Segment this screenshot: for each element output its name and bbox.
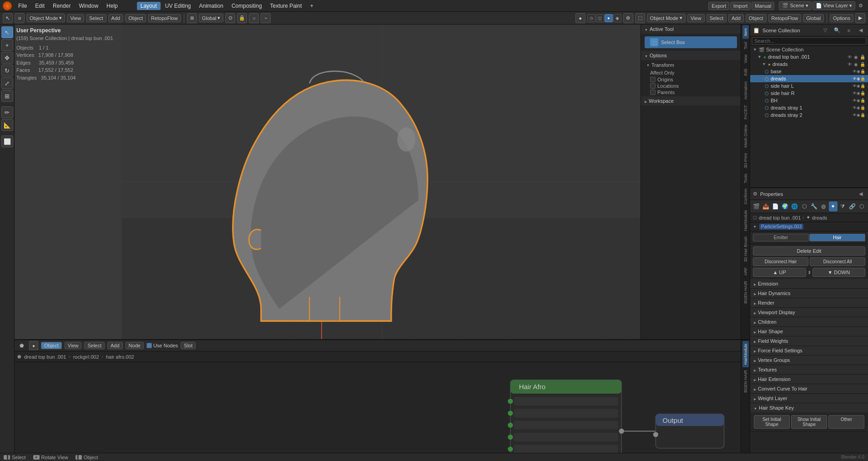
snap-btn[interactable]: 🔒: [237, 13, 247, 23]
outliner-item-side-hair-r[interactable]: ⬡ side hair R 👁 ◉ 🔒: [750, 90, 868, 97]
tab-uv-editing[interactable]: UV Editing: [161, 2, 195, 10]
node-slot-btn[interactable]: Slot: [181, 342, 196, 349]
add-cube-btn[interactable]: ⬜: [1, 135, 13, 147]
outliner-item-side-hair-l[interactable]: ⬡ side hair L 👁 ◉ 🔒: [750, 82, 868, 90]
outliner-item-dreads-stray-2[interactable]: ⬡ dreads stray 2 👁 ◉ 🔒: [750, 111, 868, 119]
right-global-btn[interactable]: Global: [803, 14, 824, 22]
right-tab-arf[interactable]: ARF: [742, 265, 749, 278]
eye-icon-shr[interactable]: 👁: [853, 91, 857, 95]
hair-shape-header[interactable]: Hair Shape: [750, 327, 868, 336]
right-add-btn[interactable]: Add: [728, 14, 744, 22]
right-tab-3dhairbrush[interactable]: 3D Hair Brush: [742, 234, 749, 265]
props-settings-btn[interactable]: ◀: [856, 190, 865, 199]
settings-btn[interactable]: ⚙: [856, 1, 865, 10]
view-layer-dropdown[interactable]: 📄 View Layer ▾: [812, 1, 855, 10]
camera-icon-shr[interactable]: ◉: [857, 91, 860, 95]
outliner-search-input[interactable]: [752, 37, 866, 45]
right-tab-tools[interactable]: Tools: [742, 171, 749, 186]
right-view-btn[interactable]: View: [687, 14, 705, 22]
outliner-filter-btn[interactable]: ▽: [821, 26, 830, 35]
select-box-item[interactable]: ⬚ Select Box: [645, 36, 737, 48]
prop-tab-physics[interactable]: ⧩: [838, 201, 847, 211]
menu-edit[interactable]: Edit: [31, 2, 48, 10]
camera-icon-dreads[interactable]: ◉: [854, 62, 858, 67]
select-icon-btn[interactable]: ↖: [3, 13, 13, 23]
camera-icon-ds1[interactable]: ◉: [857, 105, 860, 110]
children-header[interactable]: Children: [750, 317, 868, 326]
node-view-btn[interactable]: View: [65, 342, 82, 349]
prop-tab-scene[interactable]: 🌍: [781, 201, 789, 211]
hair-shape-key-header[interactable]: Hair Shape Key: [750, 403, 868, 412]
move-btn[interactable]: ✥: [1, 52, 13, 64]
right-mode-dropdown[interactable]: Object Mode ▾: [647, 14, 686, 22]
disconnect-hair-btn[interactable]: Disconnect Hair: [753, 257, 808, 266]
force-field-settings-header[interactable]: Force Field Settings: [750, 346, 868, 355]
object-menu-btn[interactable]: Object: [125, 14, 146, 22]
node-tab-hairmodule[interactable]: HairModule: [742, 341, 749, 367]
tab-texture-paint[interactable]: Texture Paint: [267, 2, 306, 10]
eye-icon-dtb[interactable]: 👁: [848, 55, 852, 60]
options-btn[interactable]: Options: [830, 14, 853, 22]
down-btn[interactable]: ▼ DOWN: [812, 268, 866, 277]
prop-tab-object[interactable]: ⬡: [800, 201, 808, 211]
locations-cb[interactable]: [650, 83, 656, 89]
weight-layer-header[interactable]: Weight Layer: [750, 394, 868, 403]
prop-bc-particle[interactable]: ✦: [806, 215, 810, 220]
right-tab-view[interactable]: View: [742, 52, 749, 66]
rotate-btn[interactable]: ↻: [1, 65, 13, 76]
node-editor-mode-btn[interactable]: ●: [29, 341, 38, 350]
delete-edit-btn[interactable]: Delete Edit: [753, 246, 865, 256]
disconnect-all-btn[interactable]: Disconnect All: [810, 257, 865, 266]
render-header[interactable]: Render: [750, 298, 868, 307]
outliner-settings-btn[interactable]: ≡: [844, 26, 853, 35]
locations-checkbox[interactable]: Locations: [643, 83, 739, 89]
eye-icon-shl[interactable]: 👁: [853, 84, 857, 88]
xray-btn[interactable]: ⬚: [635, 13, 645, 23]
prop-bc-dreads[interactable]: dreads: [812, 215, 828, 220]
cursor-btn[interactable]: +: [1, 39, 13, 51]
viewport-3d[interactable]: User Perspective (159) Scene Collection …: [15, 25, 750, 339]
right-tab-hairmodule[interactable]: HairModule: [742, 207, 749, 234]
prop-tab-view[interactable]: 📄: [771, 201, 780, 211]
prop-tab-output[interactable]: 📤: [762, 201, 770, 211]
eye-icon-dreadsobj[interactable]: 👁: [853, 76, 857, 81]
overlay-dropdown-btn[interactable]: ●: [575, 13, 585, 23]
node-add-btn[interactable]: Add: [107, 342, 123, 349]
convert-curve-header[interactable]: Convert Curve To Hair: [750, 384, 868, 393]
right-tab-3dprint[interactable]: 3D-Print: [742, 150, 749, 171]
emitter-tab[interactable]: Emitter: [753, 234, 809, 241]
outliner-expand-btn[interactable]: ◀: [856, 26, 865, 35]
node-select-btn[interactable]: Select: [84, 342, 105, 349]
scene-collection-item[interactable]: ▼ 🎬 Scene Collection: [750, 46, 868, 53]
active-tool-header[interactable]: Active Tool: [641, 25, 741, 34]
viewport-overlay-btn[interactable]: ⊛: [623, 13, 633, 23]
select-tool-btn[interactable]: ↖: [1, 26, 13, 38]
menu-render[interactable]: Render: [49, 2, 74, 10]
global-dropdown[interactable]: Global ▾: [199, 14, 224, 22]
scale-btn[interactable]: ⤢: [1, 77, 13, 89]
menu-window[interactable]: Window: [75, 2, 102, 10]
transform-btn[interactable]: ⊞: [1, 90, 13, 102]
camera-icon-bh[interactable]: ◉: [857, 98, 860, 103]
right-tab-conform[interactable]: Conform: [742, 186, 749, 207]
node-tab-bgen[interactable]: BGEN HAIR: [742, 367, 749, 396]
other-btn[interactable]: Other: [828, 415, 864, 429]
right-retopoflow-btn[interactable]: RetopoFlow: [768, 14, 802, 22]
prop-tab-particles[interactable]: ✦: [829, 201, 838, 211]
scene-dropdown[interactable]: 🎬 Scene ▾: [779, 1, 811, 10]
add-tab-btn[interactable]: +: [307, 2, 317, 10]
workspace-header[interactable]: Workspace: [641, 96, 741, 105]
right-tab-tool[interactable]: Tool: [742, 39, 749, 52]
camera-icon-ds2[interactable]: ◉: [857, 113, 860, 117]
outliner-item-dreads-stray-1[interactable]: ⬡ dreads stray 1 👁 ◉ 🔒: [750, 104, 868, 111]
menu-file[interactable]: File: [15, 2, 30, 10]
add-menu-btn[interactable]: Add: [108, 14, 124, 22]
tab-animation[interactable]: Animation: [196, 2, 227, 10]
emission-header[interactable]: Emission: [750, 279, 868, 288]
hair-dynamics-header[interactable]: Hair Dynamics: [750, 289, 868, 298]
hair-afro-breadcrumb[interactable]: hair afro.002: [106, 354, 134, 360]
prop-tab-modifier[interactable]: 🔧: [809, 201, 818, 211]
right-tab-bgenhair[interactable]: BGEN HAIR: [742, 278, 749, 306]
node-node-btn[interactable]: Node: [126, 342, 144, 349]
dreads-collection-item[interactable]: ▼ ● dreads 👁 ◉ 🔒: [750, 60, 868, 68]
